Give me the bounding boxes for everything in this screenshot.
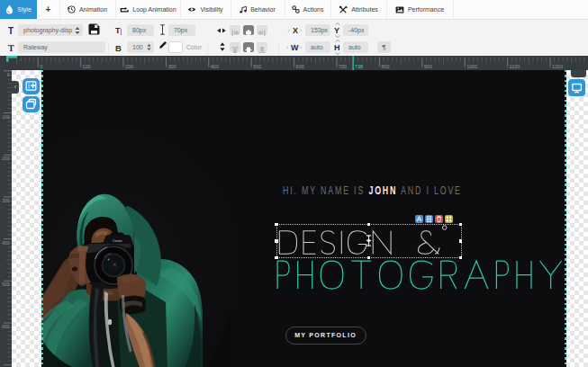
svg-text:600: 600 (2, 324, 10, 329)
svg-text:1100: 1100 (510, 64, 520, 69)
svg-text:300: 300 (167, 64, 176, 69)
svg-text:100: 100 (2, 114, 10, 120)
svg-text:500: 500 (253, 64, 261, 69)
svg-text:900: 900 (424, 64, 432, 69)
svg-text:200: 200 (2, 156, 10, 161)
svg-text:0: 0 (40, 64, 42, 69)
svg-text:100: 100 (83, 64, 91, 69)
svg-text:400: 400 (2, 240, 10, 246)
svg-text:600: 600 (296, 64, 304, 69)
svg-text:1000: 1000 (466, 64, 477, 69)
svg-text:700: 700 (339, 64, 347, 69)
svg-text:0: 0 (7, 72, 10, 77)
svg-text:500: 500 (2, 282, 10, 287)
svg-text:1200: 1200 (552, 64, 563, 69)
svg-text:300: 300 (2, 198, 10, 203)
svg-text:800: 800 (381, 64, 389, 69)
svg-text:200: 200 (125, 64, 133, 69)
svg-text:738: 738 (355, 64, 363, 69)
svg-text:400: 400 (211, 64, 219, 69)
